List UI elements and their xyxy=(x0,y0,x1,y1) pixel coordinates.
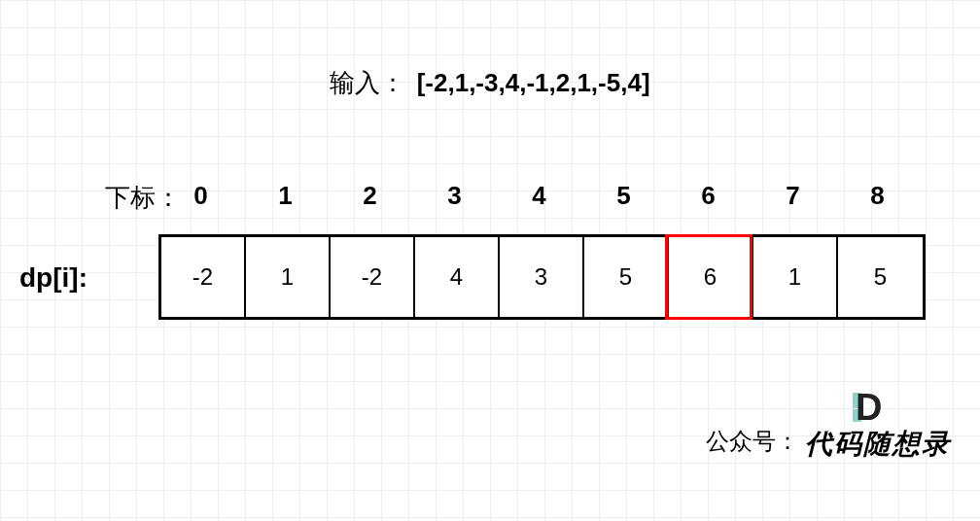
index-cell: 6 xyxy=(666,181,751,211)
dp-label: dp[i]: xyxy=(19,262,88,294)
dp-cell: 6 xyxy=(669,237,753,317)
dp-row: -2 1 -2 4 3 5 6 1 5 xyxy=(158,234,926,320)
dp-cell: 4 xyxy=(415,237,500,317)
footer-brand-wrap: D 代码随想录 xyxy=(805,426,951,463)
index-cell: 5 xyxy=(581,181,666,211)
dp-cell: 1 xyxy=(246,237,331,317)
input-label: 输入： xyxy=(330,68,405,97)
dp-cell: -2 xyxy=(331,237,415,317)
dp-cell: 5 xyxy=(838,237,923,317)
footer-brand: 代码随想录 xyxy=(805,429,951,459)
dp-cell: 1 xyxy=(753,237,838,317)
index-cell: 3 xyxy=(412,181,497,211)
diagram-content: 输入： [-2,1,-3,4,-1,2,1,-5,4] 下标： 0 1 2 3 … xyxy=(0,0,980,521)
dp-cell: 3 xyxy=(500,237,584,317)
index-cell: 2 xyxy=(328,181,412,211)
input-array: [-2,1,-3,4,-1,2,1,-5,4] xyxy=(417,68,650,97)
index-cell: 8 xyxy=(835,181,920,211)
index-cell: 0 xyxy=(158,181,243,211)
index-cell: 1 xyxy=(243,181,328,211)
logo-icon: D xyxy=(856,391,882,424)
index-cell: 4 xyxy=(497,181,581,211)
footer: 公众号： D 代码随想录 xyxy=(706,426,951,463)
index-row: 0 1 2 3 4 5 6 7 8 xyxy=(158,181,920,211)
index-cell: 7 xyxy=(751,181,835,211)
input-line: 输入： [-2,1,-3,4,-1,2,1,-5,4] xyxy=(0,66,980,100)
footer-label: 公众号： xyxy=(706,426,799,457)
dp-cell: -2 xyxy=(161,237,246,317)
dp-cell: 5 xyxy=(584,237,669,317)
